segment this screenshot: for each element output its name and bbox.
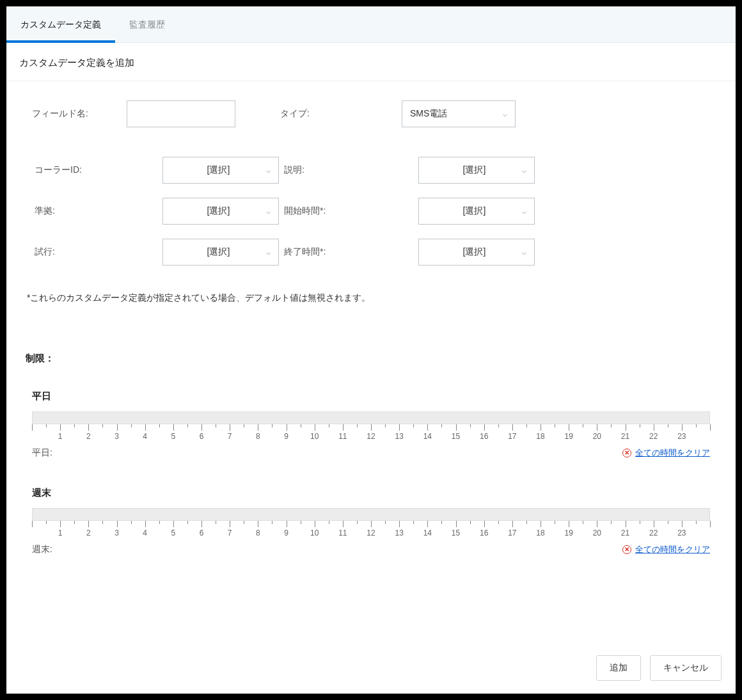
hour-label: 4	[143, 432, 147, 441]
tabs: カスタムデータ定義 監査履歴	[6, 6, 736, 43]
hour-label: 8	[256, 529, 260, 537]
hour-label: 23	[677, 529, 686, 537]
weekday-heading: 平日	[32, 390, 710, 402]
hour-label: 16	[480, 529, 488, 537]
weekday-slider[interactable]	[32, 411, 710, 424]
hour-label: 20	[593, 529, 601, 537]
hour-label: 18	[536, 529, 544, 537]
hour-label: 6	[200, 432, 204, 441]
hour-label: 8	[256, 432, 260, 441]
hour-label: 20	[593, 432, 601, 441]
hour-label: 4	[143, 529, 147, 537]
add-button[interactable]: 追加	[596, 655, 641, 681]
hour-label: 1	[58, 432, 63, 441]
chevron-down-icon: ⌵	[522, 248, 526, 257]
attempt-value: [選択]	[171, 246, 266, 258]
hour-label: 13	[395, 432, 403, 441]
hour-label: 6	[200, 529, 204, 537]
caller-id-value: [選択]	[171, 164, 266, 176]
weekend-clear-link[interactable]: 全ての時間をクリア	[635, 544, 710, 555]
attempt-label: 試行:	[35, 246, 130, 258]
clear-icon: ✕	[622, 545, 631, 554]
hour-label: 5	[171, 432, 175, 441]
type-label: タイプ:	[280, 108, 310, 120]
page-title: カスタムデータ定義を追加	[6, 43, 736, 81]
tab-audit-history[interactable]: 監査履歴	[115, 9, 179, 42]
chevron-down-icon: ⌵	[522, 207, 526, 216]
hour-label: 11	[338, 432, 347, 441]
hour-label: 13	[395, 529, 403, 537]
restrictions-title: 制限：	[26, 353, 716, 365]
hour-label: 12	[367, 432, 375, 441]
compliance-value: [選択]	[171, 205, 266, 217]
hour-label: 19	[564, 529, 572, 537]
hour-label: 5	[171, 529, 175, 537]
hour-label: 15	[452, 432, 460, 441]
type-select[interactable]: SMS電話 ⌵	[402, 100, 516, 127]
weekend-ruler: 1234567891011121314151617181920212223	[32, 521, 710, 540]
hour-label: 21	[621, 432, 629, 441]
hour-label: 16	[480, 432, 488, 441]
hour-label: 10	[310, 432, 319, 441]
caller-id-select[interactable]: [選択] ⌵	[162, 157, 279, 184]
end-time-label: 終了時間*:	[284, 246, 386, 258]
weekend-heading: 週末	[32, 487, 710, 499]
start-time-label: 開始時間*:	[284, 205, 386, 217]
weekend-footer-label: 週末:	[32, 544, 52, 555]
hour-label: 3	[114, 529, 119, 537]
type-select-value: SMS電話	[410, 108, 447, 120]
chevron-down-icon: ⌵	[522, 166, 526, 175]
chevron-down-icon: ⌵	[503, 109, 507, 118]
form-area: フィールド名: タイプ: SMS電話 ⌵ コーラーID: [選択] ⌵ 説明:	[6, 81, 736, 365]
description-value: [選択]	[427, 164, 522, 176]
attempt-select[interactable]: [選択] ⌵	[162, 239, 279, 266]
hour-label: 14	[423, 432, 432, 441]
weekend-schedule: 週末 1234567891011121314151617181920212223…	[6, 487, 736, 555]
hour-label: 2	[86, 529, 91, 537]
chevron-down-icon: ⌵	[266, 207, 271, 216]
hour-label: 2	[86, 432, 91, 441]
compliance-select[interactable]: [選択] ⌵	[162, 198, 279, 225]
weekday-schedule: 平日 1234567891011121314151617181920212223…	[6, 390, 736, 459]
field-name-label: フィールド名:	[32, 108, 109, 120]
hour-label: 1	[58, 529, 63, 537]
weekday-clear-link[interactable]: 全ての時間をクリア	[635, 447, 710, 459]
hour-label: 23	[677, 432, 686, 441]
hour-label: 22	[649, 529, 658, 537]
hour-label: 17	[508, 529, 516, 537]
hour-label: 19	[564, 432, 572, 441]
hour-label: 22	[649, 432, 658, 441]
hour-label: 14	[423, 529, 432, 537]
end-time-value: [選択]	[427, 246, 522, 258]
cancel-button[interactable]: キャンセル	[650, 655, 722, 681]
hour-label: 21	[621, 529, 629, 537]
hour-label: 7	[228, 432, 232, 441]
hour-label: 12	[367, 529, 375, 537]
start-time-value: [選択]	[427, 205, 522, 217]
hour-label: 9	[284, 432, 288, 441]
description-select[interactable]: [選択] ⌵	[418, 157, 535, 184]
caller-id-label: コーラーID:	[35, 164, 130, 176]
chevron-down-icon: ⌵	[266, 248, 271, 257]
hour-label: 3	[114, 432, 119, 441]
field-name-input[interactable]	[127, 100, 235, 127]
hour-label: 18	[536, 432, 544, 441]
hour-label: 9	[284, 529, 288, 537]
weekend-slider[interactable]	[32, 508, 710, 521]
end-time-select[interactable]: [選択] ⌵	[418, 239, 535, 266]
hour-label: 10	[310, 529, 319, 537]
hour-label: 7	[228, 529, 232, 537]
hour-label: 15	[452, 529, 460, 537]
footer: 追加 キャンセル	[6, 646, 736, 694]
hour-label: 11	[338, 529, 347, 537]
tab-definitions[interactable]: カスタムデータ定義	[6, 9, 115, 42]
description-label: 説明:	[284, 164, 386, 176]
weekday-ruler: 1234567891011121314151617181920212223	[32, 424, 710, 443]
weekday-footer-label: 平日:	[32, 447, 52, 459]
compliance-label: 準拠:	[35, 205, 130, 217]
hour-label: 17	[508, 432, 516, 441]
chevron-down-icon: ⌵	[266, 166, 271, 175]
start-time-select[interactable]: [選択] ⌵	[418, 198, 535, 225]
form-note: *これらのカスタムデータ定義が指定されている場合、デフォルト値は無視されます。	[27, 292, 716, 304]
clear-icon: ✕	[622, 449, 631, 457]
